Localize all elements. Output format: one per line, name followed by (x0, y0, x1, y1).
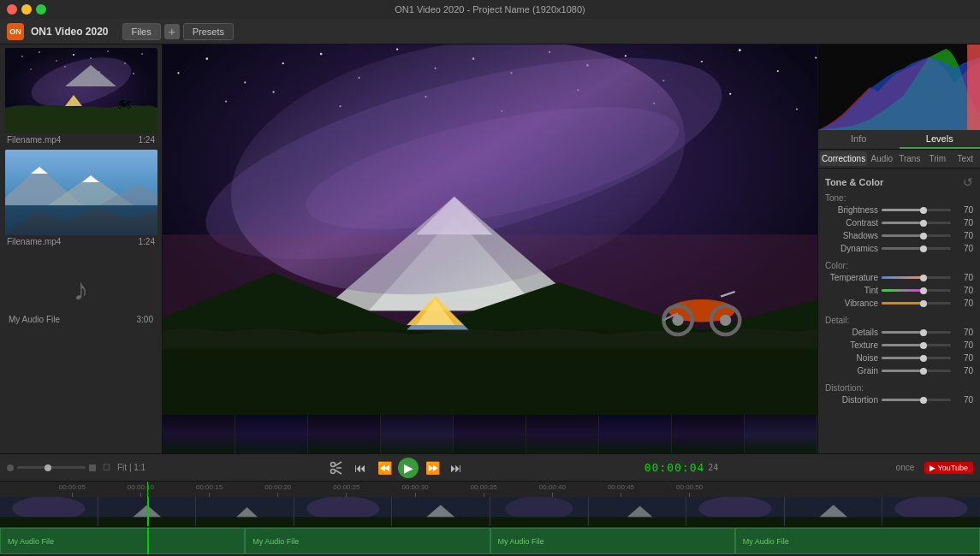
main-area: 🏍 Filename.mp4 1:24 (0, 44, 980, 453)
close-button[interactable] (7, 4, 17, 15)
files-button[interactable]: Files (122, 23, 161, 40)
svg-point-34 (434, 68, 436, 69)
video-thumbnail-1: 🏍 (5, 48, 157, 133)
details-slider[interactable] (882, 331, 951, 334)
svg-point-1 (21, 56, 23, 57)
audio-segment-4: My Audio File (743, 537, 789, 546)
audio-item-1-name: My Audio File (9, 315, 60, 324)
brightness-slider[interactable] (882, 209, 951, 211)
tab-corrections[interactable]: Corrections (820, 151, 867, 166)
svg-point-43 (777, 70, 779, 72)
minimize-button[interactable] (21, 4, 32, 15)
zoom-slider[interactable] (17, 466, 86, 469)
window-title: ON1 Video 2020 - Project Name (1920x1080… (395, 4, 585, 15)
svg-rect-72 (967, 44, 980, 130)
skip-to-start-button[interactable]: ⏮ (350, 458, 371, 478)
tab-trans[interactable]: Trans (897, 151, 923, 166)
contrast-slider[interactable] (882, 222, 951, 224)
rewind-button[interactable]: ⏪ (374, 458, 395, 478)
shadows-label: Shadows (825, 231, 878, 240)
dynamics-slider[interactable] (882, 247, 951, 250)
fast-forward-button[interactable]: ⏩ (422, 458, 442, 478)
media-item-2[interactable]: Filename.mp4 1:24 (5, 150, 157, 248)
zoom-out-icon[interactable] (7, 464, 14, 471)
strip-thumb-9 (745, 415, 817, 453)
presets-button[interactable]: Presets (183, 23, 234, 40)
shadows-slider-row: Shadows 70 (825, 229, 973, 242)
noise-slider[interactable] (882, 357, 951, 359)
dynamics-label: Dynamics (825, 244, 878, 253)
audio-item-1[interactable]: ♪ My Audio File 3:00 (5, 255, 157, 331)
details-value: 70 (954, 328, 973, 337)
svg-point-51 (653, 103, 655, 104)
svg-line-76 (336, 470, 342, 474)
grain-slider-row: Grain 70 (825, 364, 973, 377)
correction-tabs: Corrections Audio Trans Trim Text (818, 150, 980, 169)
youtube-export-button[interactable]: ▶ YouTube (924, 462, 973, 474)
audio-segment-1: My Audio File (8, 537, 54, 546)
adjustments-panel: Info Levels Corrections Audio Trans Trim… (817, 44, 980, 453)
tab-audio[interactable]: Audio (869, 151, 894, 166)
playback-rate-label: once (896, 463, 915, 472)
svg-point-50 (577, 89, 579, 91)
timeline-thumbnail-strip (163, 415, 817, 453)
svg-point-73 (331, 462, 336, 466)
app-title: ON1 Video 2020 (31, 26, 109, 38)
media-item-2-duration: 1:24 (139, 237, 155, 246)
zoom-in-icon[interactable] (89, 464, 96, 471)
svg-point-8 (141, 53, 143, 55)
svg-rect-107 (882, 517, 980, 526)
distortion-slider[interactable] (882, 399, 951, 401)
histogram (818, 44, 980, 130)
shadows-slider[interactable] (882, 234, 951, 237)
svg-point-9 (30, 68, 32, 70)
texture-slider[interactable] (882, 344, 951, 346)
maximize-button[interactable] (36, 4, 46, 15)
detail-sublabel: Detail: (825, 313, 973, 326)
video-preview[interactable] (163, 44, 817, 453)
strip-thumb-2 (235, 415, 308, 453)
media-item-2-name: Filename.mp4 (7, 237, 61, 246)
audio-item-1-duration: 3:00 (137, 315, 153, 324)
svg-point-39 (625, 55, 627, 56)
tab-levels[interactable]: Levels (900, 130, 981, 149)
zoom-level-label: Fit | 1:1 (117, 463, 146, 472)
add-media-button[interactable]: + (164, 24, 180, 39)
media-item-1-duration: 1:24 (139, 135, 155, 145)
grain-slider[interactable] (882, 370, 951, 372)
svg-point-52 (729, 93, 731, 95)
tab-text[interactable]: Text (953, 151, 978, 166)
vibrance-slider[interactable] (882, 302, 951, 305)
svg-point-42 (739, 49, 741, 51)
svg-point-32 (359, 77, 360, 79)
svg-point-38 (586, 64, 589, 67)
svg-point-37 (549, 51, 550, 53)
tab-trim[interactable]: Trim (924, 151, 950, 166)
play-button[interactable]: ▶ (398, 458, 419, 478)
noise-value: 70 (954, 353, 973, 363)
svg-point-47 (339, 105, 341, 107)
svg-point-48 (425, 96, 426, 98)
tint-slider[interactable] (882, 289, 951, 292)
strip-thumb-6 (526, 415, 599, 453)
svg-point-30 (282, 62, 284, 64)
temperature-slider-row: Temperature 70 (825, 271, 973, 284)
distortion-slider-row: Distortion 70 (825, 393, 973, 406)
tab-info[interactable]: Info (818, 130, 900, 149)
svg-point-33 (396, 48, 398, 50)
timeline-ruler[interactable]: 00:00:05 00:00:10 00:00:15 00:00:20 00:0… (0, 482, 980, 497)
media-library-panel: 🏍 Filename.mp4 1:24 (0, 44, 163, 453)
app-icon: ON (7, 23, 24, 40)
temperature-slider[interactable] (882, 276, 951, 279)
media-item-1[interactable]: 🏍 Filename.mp4 1:24 (5, 48, 157, 146)
skip-to-end-button[interactable]: ⏭ (446, 458, 466, 478)
grain-value: 70 (954, 366, 973, 376)
tint-label: Tint (825, 286, 878, 295)
audio-track: My Audio File My Audio File My Audio Fil… (0, 527, 980, 554)
cut-tool-button[interactable] (326, 458, 347, 478)
titlebar: ON1 Video 2020 - Project Name (1920x1080… (0, 0, 980, 19)
svg-point-41 (701, 61, 703, 62)
texture-slider-row: Texture 70 (825, 339, 973, 352)
audio-segment-3: My Audio File (498, 537, 544, 546)
reset-button[interactable]: ↺ (963, 175, 973, 189)
